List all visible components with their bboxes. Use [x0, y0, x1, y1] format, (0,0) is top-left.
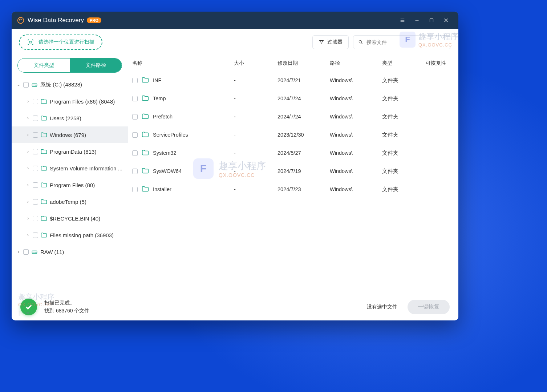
col-type[interactable]: 类型: [382, 60, 426, 66]
tree-item[interactable]: ›Files missing path (36903): [12, 227, 128, 243]
tree-item[interactable]: ›Program Files (80): [12, 177, 128, 193]
chevron-right-icon[interactable]: ›: [25, 233, 31, 238]
close-button[interactable]: [439, 12, 453, 29]
folder-icon: [40, 148, 48, 155]
checkbox[interactable]: [132, 78, 138, 83]
file-name: INF: [153, 77, 161, 83]
tree-item[interactable]: ›$RECYCLE.BIN (40): [12, 210, 128, 227]
file-size: -: [234, 150, 277, 156]
chevron-right-icon[interactable]: ›: [25, 99, 31, 104]
checkbox[interactable]: [132, 187, 138, 192]
chevron-right-icon[interactable]: ›: [25, 132, 31, 137]
tree-item[interactable]: ›Program Files (x86) (8048): [12, 93, 128, 110]
tree-item-label: System Volume Information ...: [50, 165, 122, 171]
table-row[interactable]: ServiceProfiles-2023/12/30Windows\文件夹: [128, 126, 458, 144]
file-list: 名称 大小 修改日期 路径 类型 可恢复性 INF-2024/7/21Windo…: [128, 55, 458, 293]
checkbox[interactable]: [33, 99, 38, 104]
table-row[interactable]: INF-2024/7/21Windows\文件夹: [128, 71, 458, 89]
checkbox[interactable]: [33, 182, 38, 188]
chevron-down-icon[interactable]: ⌄: [16, 82, 21, 87]
tree-item[interactable]: ›RAW (11): [12, 243, 128, 260]
col-name[interactable]: 名称: [132, 60, 234, 66]
scan-location-button[interactable]: 请选择一个位置进行扫描: [19, 35, 102, 50]
chevron-right-icon[interactable]: ›: [25, 116, 31, 121]
menu-button[interactable]: [395, 12, 410, 29]
checkbox[interactable]: [33, 216, 38, 221]
maximize-button[interactable]: [424, 12, 439, 29]
checkbox[interactable]: [132, 169, 138, 174]
search-input[interactable]: [366, 39, 446, 45]
tree-item[interactable]: ›Windows (679): [12, 126, 128, 143]
tree-item[interactable]: ⌄系统 (C:) (48828): [12, 76, 128, 93]
tree-item[interactable]: ›Users (2258): [12, 110, 128, 126]
folder-icon: [40, 114, 48, 122]
file-name: Temp: [153, 96, 166, 101]
search-box[interactable]: [353, 35, 451, 49]
checkbox[interactable]: [33, 116, 38, 121]
chevron-right-icon[interactable]: ›: [25, 149, 31, 154]
file-size: -: [234, 77, 277, 83]
folder-icon: [141, 149, 149, 158]
checkbox[interactable]: [23, 249, 29, 255]
folder-icon: [141, 94, 149, 103]
recover-button[interactable]: 一键恢复: [408, 300, 450, 314]
tree-item-label: 系统 (C:) (48828): [40, 81, 82, 88]
svg-point-13: [36, 85, 36, 86]
file-date: 2024/7/21: [277, 77, 330, 83]
drive-icon: [31, 81, 38, 88]
statusbar: 扫描已完成。 找到 683760 个文件 没有选中文件 一键恢复: [12, 293, 458, 320]
svg-line-10: [361, 43, 362, 44]
minimize-button[interactable]: [410, 12, 424, 29]
tab-file-path[interactable]: 文件路径: [70, 58, 122, 72]
file-size: -: [234, 132, 277, 138]
file-type: 文件夹: [382, 150, 426, 157]
chevron-right-icon[interactable]: ›: [25, 182, 31, 187]
checkbox[interactable]: [23, 82, 29, 88]
tree-item[interactable]: ›adobeTemp (5): [12, 193, 128, 210]
col-size[interactable]: 大小: [234, 60, 277, 66]
col-recoverability[interactable]: 可恢复性: [426, 60, 458, 66]
checkbox[interactable]: [33, 132, 38, 138]
checkbox[interactable]: [33, 199, 38, 205]
tab-file-type[interactable]: 文件类型: [18, 58, 70, 72]
table-row[interactable]: SysWOW64-2024/7/19Windows\文件夹: [128, 162, 458, 180]
folder-tree: ⌄系统 (C:) (48828)›Program Files (x86) (80…: [12, 74, 128, 293]
checkbox[interactable]: [33, 233, 38, 238]
table-row[interactable]: Installer-2024/7/23Windows\文件夹: [128, 180, 458, 198]
file-type: 文件夹: [382, 77, 426, 84]
folder-icon: [40, 198, 48, 205]
tree-item[interactable]: ›ProgramData (813): [12, 143, 128, 160]
folder-icon: [40, 231, 48, 239]
file-size: -: [234, 96, 277, 101]
checkbox[interactable]: [132, 96, 138, 101]
chevron-right-icon[interactable]: ›: [25, 199, 31, 204]
file-date: 2023/12/30: [277, 132, 330, 138]
file-path: Windows\: [330, 114, 382, 120]
drive-icon: [31, 248, 38, 255]
tree-item[interactable]: ›System Volume Information ...: [12, 160, 128, 177]
toolbar: 请选择一个位置进行扫描 过滤器: [12, 29, 458, 55]
checkbox[interactable]: [33, 166, 38, 171]
folder-icon: [141, 167, 149, 176]
file-name: System32: [153, 150, 176, 156]
checkbox[interactable]: [33, 149, 38, 154]
checkbox[interactable]: [132, 114, 138, 120]
file-size: -: [234, 168, 277, 174]
checkbox[interactable]: [132, 132, 138, 138]
file-rows: INF-2024/7/21Windows\文件夹Temp-2024/7/24Wi…: [128, 71, 458, 293]
file-size: -: [234, 114, 277, 120]
col-path[interactable]: 路径: [330, 60, 382, 66]
checkbox[interactable]: [132, 150, 138, 156]
folder-icon: [40, 181, 48, 189]
filter-button[interactable]: 过滤器: [312, 35, 349, 49]
col-date[interactable]: 修改日期: [277, 60, 330, 66]
sidebar-tabs: 文件类型 文件路径: [17, 58, 122, 73]
chevron-right-icon[interactable]: ›: [25, 216, 31, 221]
table-row[interactable]: Temp-2024/7/24Windows\文件夹: [128, 89, 458, 108]
tree-item-label: ProgramData (813): [50, 149, 96, 155]
folder-icon: [141, 76, 149, 85]
chevron-right-icon[interactable]: ›: [25, 166, 31, 171]
chevron-right-icon[interactable]: ›: [16, 249, 21, 254]
table-row[interactable]: System32-2024/5/27Windows\文件夹: [128, 144, 458, 162]
table-row[interactable]: Prefetch-2024/7/24Windows\文件夹: [128, 108, 458, 126]
